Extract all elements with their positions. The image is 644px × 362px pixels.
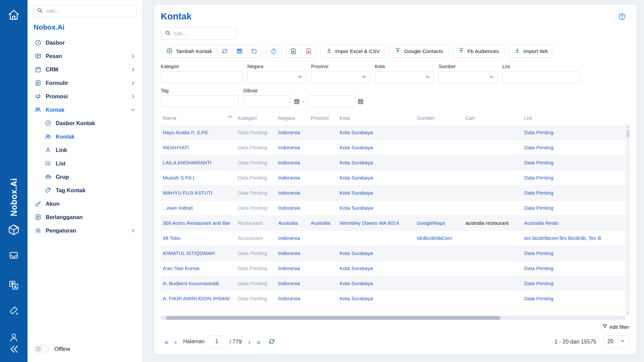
contact-negara-link[interactable]: Indonesia xyxy=(276,140,309,155)
sidebar-item-pengaturan[interactable]: Pengaturan xyxy=(33,224,137,237)
sidebar-item-grup[interactable]: Grup xyxy=(33,170,137,184)
contact-list-link[interactable]: Data Penting xyxy=(522,276,625,291)
filter-kategori-input[interactable] xyxy=(161,71,243,83)
contact-kota-link[interactable]: Kota Surabaya xyxy=(338,125,415,140)
contact-list-link[interactable]: Data Penting xyxy=(522,261,625,276)
contact-name-link[interactable]: INDAHYATI xyxy=(161,140,236,155)
sidebar-search-input[interactable] xyxy=(46,8,133,14)
last-page-button[interactable]: » xyxy=(253,338,263,345)
contact-negara-link[interactable]: Indonesia xyxy=(276,200,309,215)
nobox-logo-icon[interactable] xyxy=(6,222,21,237)
contact-sumber-link[interactable]: IdnBizdirlibCom xyxy=(415,230,463,246)
contact-sumber-link[interactable] xyxy=(415,246,463,261)
refresh-icon[interactable] xyxy=(268,338,276,345)
contact-kota-link[interactable]: Kota Surabaya xyxy=(338,185,415,200)
contact-sumber-link[interactable] xyxy=(415,200,463,215)
translate-icon[interactable] xyxy=(8,279,19,291)
contact-list-link[interactable]: Data Penting xyxy=(522,291,625,306)
contact-provinsi-link[interactable] xyxy=(309,185,338,200)
contact-list-link[interactable]: Data Penting xyxy=(522,185,625,200)
sidebar-item-dasbor[interactable]: Dasbor xyxy=(33,36,137,49)
calendar-icon[interactable] xyxy=(357,98,364,105)
pdf-file-icon[interactable] xyxy=(301,45,316,57)
home-icon[interactable] xyxy=(7,8,20,21)
contact-provinsi-link[interactable]: Australia xyxy=(309,215,338,230)
contact-kota-link[interactable]: Wembley Downs WA 6014 xyxy=(338,215,415,230)
sync-icon[interactable] xyxy=(217,45,232,57)
filter-negara-select[interactable] xyxy=(247,71,306,83)
table-row[interactable]: A. Budiarni Kusumastutik Data Penting In… xyxy=(161,276,625,291)
contact-sumber-link[interactable] xyxy=(415,261,463,276)
help-button[interactable] xyxy=(614,11,630,23)
contact-name-link[interactable]: A'an Siwi Kurnia xyxy=(161,261,236,276)
contact-list-link[interactable]: Data Penting xyxy=(522,140,625,155)
inbox-icon[interactable] xyxy=(8,250,19,261)
contact-name-link[interactable]: 300 Acres Restaurant and Bar xyxy=(161,215,236,230)
table-row[interactable]: Muasih S.Pd.I. Data Penting Indonesia Ko… xyxy=(161,170,625,185)
sidebar-item-kontak[interactable]: Kontak xyxy=(33,103,137,116)
contact-negara-link[interactable]: Indonesia xyxy=(276,170,309,185)
sort-icon[interactable] xyxy=(228,114,233,121)
sidebar-item-berlangganan[interactable]: Berlangganan xyxy=(33,210,137,224)
filter-kota-select[interactable] xyxy=(375,71,434,83)
contact-negara-link[interactable]: Indonesia xyxy=(276,185,309,200)
table-icon[interactable] xyxy=(232,45,247,57)
contact-list-link[interactable]: Data Penting xyxy=(522,246,625,261)
contact-kota-link[interactable]: Kota Surabaya xyxy=(338,291,415,306)
contact-name-link[interactable]: A'IMATUL ISTIQOMAH xyxy=(161,246,236,261)
contact-provinsi-link[interactable] xyxy=(309,200,338,215)
contact-negara-link[interactable]: Indonesia xyxy=(276,230,309,246)
offline-toggle[interactable] xyxy=(34,345,49,353)
filter-dibuat-to-input[interactable] xyxy=(307,95,355,107)
contact-provinsi-link[interactable] xyxy=(309,261,338,276)
contact-sumber-link[interactable]: GoogleMaps xyxy=(415,215,463,230)
contact-name-link[interactable]: 48 Toko xyxy=(161,230,236,246)
filter-list-input[interactable] xyxy=(502,71,580,83)
sidebar-item-link[interactable]: Link xyxy=(33,143,137,157)
contact-name-link[interactable]: Hayu Analia P, S.Pd. xyxy=(161,125,236,140)
table-row[interactable]: INDAHYATI Data Penting Indonesia Kota Su… xyxy=(161,140,625,155)
contact-list-link[interactable]: Data Penting xyxy=(522,170,625,185)
contact-negara-link[interactable]: Australia xyxy=(276,215,309,230)
vertical-scrollbar[interactable]: ▲ ▼ xyxy=(626,125,630,316)
contact-name-link[interactable]: Muasih S.Pd.I. xyxy=(161,170,236,185)
next-page-button[interactable]: › xyxy=(245,338,253,345)
contact-negara-link[interactable]: Indonesia xyxy=(276,246,309,261)
import-wa-button[interactable]: Import WA xyxy=(509,45,553,57)
contact-negara-link[interactable]: Indonesia xyxy=(276,125,309,140)
google-contacts-button[interactable]: Google Contacts xyxy=(390,45,448,57)
contact-list-link[interactable]: Data Penting xyxy=(522,125,625,140)
scroll-right-arrow[interactable]: › xyxy=(623,316,624,319)
contact-list-link[interactable]: tes bizdirlibcomTes Bizdirlib, Tes B xyxy=(522,230,625,246)
contact-name-link[interactable]: ...ewin Indrati xyxy=(161,200,236,215)
scroll-left-arrow[interactable]: ‹ xyxy=(162,316,163,319)
contact-provinsi-link[interactable] xyxy=(309,125,338,140)
horizontal-scroll-thumb[interactable] xyxy=(166,316,500,320)
contact-kota-link[interactable]: Kota Surabaya xyxy=(338,155,415,170)
contact-sumber-link[interactable] xyxy=(415,185,463,200)
filter-dibuat-from-input[interactable] xyxy=(243,95,291,107)
page-size-select[interactable]: 20 xyxy=(603,335,629,348)
vertical-scroll-thumb[interactable] xyxy=(626,130,629,138)
sidebar-search[interactable] xyxy=(33,5,137,17)
sidebar-item-kontak-sub[interactable]: Kontak xyxy=(33,130,137,143)
sidebar-item-dasbor-kontak[interactable]: Dasbor Kontak xyxy=(33,116,137,130)
contact-name-link[interactable]: WAHYU FUJI ASTUTI xyxy=(161,185,236,200)
sidebar-item-formulir[interactable]: Formulir xyxy=(33,76,137,90)
contact-negara-link[interactable]: Indonesia xyxy=(276,276,309,291)
contact-list-link[interactable]: Data Penting xyxy=(522,200,625,215)
undo-icon[interactable] xyxy=(247,45,261,57)
contact-provinsi-link[interactable] xyxy=(309,155,338,170)
contact-sumber-link[interactable] xyxy=(415,155,463,170)
contact-sumber-link[interactable] xyxy=(415,170,463,185)
collapse-sidebar-icon[interactable] xyxy=(8,343,20,355)
filter-provinsi-select[interactable] xyxy=(311,71,370,83)
contact-provinsi-link[interactable] xyxy=(309,140,338,155)
filter-sumber-select[interactable] xyxy=(439,71,498,83)
table-row[interactable]: 300 Acres Restaurant and Bar Restaurant … xyxy=(161,215,625,230)
contact-name-link[interactable]: A. FIKRI AMIRUDDIN IHSANI xyxy=(161,291,236,306)
sidebar-item-tag-kontak[interactable]: Tag Kontak xyxy=(33,184,137,197)
contact-provinsi-link[interactable] xyxy=(309,230,338,246)
contact-negara-link[interactable]: Indonesia xyxy=(276,155,309,170)
table-row[interactable]: 48 Toko Accesories Indonesia IdnBizdirli… xyxy=(161,230,625,246)
